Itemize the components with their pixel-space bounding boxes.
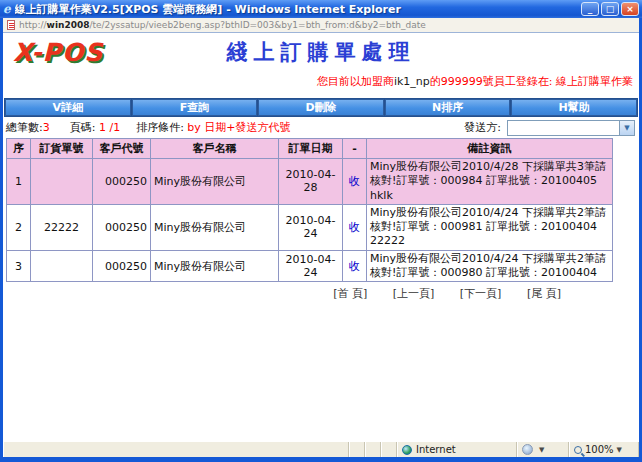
- window-title: 線上訂購單作業V2.5[XPOS 雲端商務網] - Windows Intern…: [15, 2, 579, 17]
- col-order-no: 訂貨單號: [31, 139, 93, 159]
- minimize-button[interactable]: _: [581, 2, 599, 16]
- address-bar[interactable]: http://win2008/te/2yssatup/vieeb2beng.as…: [3, 18, 639, 33]
- col-customer-code: 客戶代號: [93, 139, 151, 159]
- col-customer-name: 客戶名稱: [151, 139, 279, 159]
- receive-link[interactable]: 收: [349, 260, 360, 273]
- detail-button[interactable]: V詳細: [5, 99, 131, 116]
- receive-link[interactable]: 收: [349, 175, 360, 188]
- window-frame: http://win2008/te/2yssatup/vieeb2beng.as…: [0, 18, 642, 462]
- status-message-area: [3, 442, 349, 457]
- receive-link[interactable]: 收: [349, 221, 360, 234]
- cell-remark: Miny股份有限公司2010/4/28 下採購單共3筆請核對!訂單號：00098…: [367, 159, 613, 205]
- sort-condition: 排序條件: by 日期+發送方代號: [136, 120, 290, 135]
- cell-order-date: 2010-04-24: [279, 250, 343, 282]
- browser-window: e 線上訂購單作業V2.5[XPOS 雲端商務網] - Windows Inte…: [0, 0, 642, 462]
- cell-order-no: 22222: [31, 204, 93, 250]
- zone-label: Internet: [416, 444, 456, 455]
- sender-select[interactable]: ▼: [507, 120, 635, 136]
- cell-order-date: 2010-04-24: [279, 204, 343, 250]
- protected-mode-segment[interactable]: ▼: [517, 442, 569, 457]
- cell-remark: Miny股份有限公司2010/4/24 下採購單共2筆請核對!訂單號：00098…: [367, 250, 613, 282]
- cell-receive: 收: [343, 159, 367, 205]
- page-header: X-POS 綫上訂購單處理: [3, 36, 639, 70]
- zoom-control[interactable]: 100% ▼: [569, 442, 639, 457]
- table-row[interactable]: 2 22222 000250 Miny股份有限公司 2010-04-24 收 M…: [7, 204, 613, 250]
- url-text[interactable]: http://win2008/te/2yssatup/vieeb2beng.as…: [19, 20, 426, 30]
- cell-customer-name: Miny股份有限公司: [151, 159, 279, 205]
- cell-order-no: [31, 250, 93, 282]
- login-status: 您目前以加盟商ik1_np的999999號員工登錄在: 線上訂購單作業: [3, 74, 639, 90]
- orders-table: 序 訂貨單號 客戶代號 客戶名稱 訂單日期 - 備註資訊 1 000250 M: [6, 138, 613, 282]
- dropdown-arrow-icon[interactable]: ▼: [617, 446, 622, 454]
- toolbar: V詳細 F查詢 D刪除 N排序 H幫助: [4, 98, 638, 117]
- col-order-date: 訂單日期: [279, 139, 343, 159]
- cell-receive: 收: [343, 204, 367, 250]
- sender-label: 發送方:: [464, 120, 501, 135]
- cell-customer-name: Miny股份有限公司: [151, 250, 279, 282]
- cell-receive: 收: [343, 250, 367, 282]
- cell-seq: 2: [7, 204, 31, 250]
- next-page-link[interactable]: [下一頁]: [460, 287, 502, 300]
- total-count: 總筆數:3: [6, 120, 50, 135]
- sort-button[interactable]: N排序: [385, 99, 511, 116]
- cell-order-date: 2010-04-28: [279, 159, 343, 205]
- security-zone: Internet: [397, 442, 517, 457]
- help-button[interactable]: H幫助: [511, 99, 637, 116]
- info-bar: 總筆數:3 頁碼: 1 /1 排序條件: by 日期+發送方代號 發送方: ▼: [6, 119, 637, 136]
- first-page-link[interactable]: [首 頁]: [333, 287, 367, 300]
- page-icon: [7, 20, 15, 30]
- cell-customer-name: Miny股份有限公司: [151, 204, 279, 250]
- col-remark: 備註資訊: [367, 139, 613, 159]
- protected-mode-icon: [522, 444, 533, 455]
- dropdown-arrow-icon[interactable]: ▼: [539, 446, 544, 454]
- table-row[interactable]: 1 000250 Miny股份有限公司 2010-04-28 收 Miny股份有…: [7, 159, 613, 205]
- page-content: X-POS 綫上訂購單處理 您目前以加盟商ik1_np的999999號員工登錄在…: [3, 33, 639, 441]
- col-dash: -: [343, 139, 367, 159]
- cell-seq: 1: [7, 159, 31, 205]
- cell-order-no: [31, 159, 93, 205]
- zoom-level: 100%: [585, 444, 614, 455]
- page-title: 綫上訂購單處理: [3, 38, 639, 66]
- status-bar: Internet ▼ 100% ▼: [3, 441, 639, 457]
- pagination: [首 頁] [上一頁] [下一頁] [尾 頁]: [3, 286, 639, 301]
- table-header-row: 序 訂貨單號 客戶代號 客戶名稱 訂單日期 - 備註資訊: [7, 139, 613, 159]
- ie-logo-icon: e: [3, 2, 11, 16]
- maximize-button[interactable]: □: [601, 2, 619, 16]
- merchant-id: ik1_np: [394, 75, 430, 88]
- zoom-magnifier-icon: [574, 446, 582, 454]
- last-page-link[interactable]: [尾 頁]: [527, 287, 561, 300]
- close-button[interactable]: ×: [621, 2, 639, 16]
- cell-customer-code: 000250: [93, 204, 151, 250]
- delete-button[interactable]: D刪除: [258, 99, 384, 116]
- prev-page-link[interactable]: [上一頁]: [393, 287, 435, 300]
- cell-customer-code: 000250: [93, 250, 151, 282]
- combo-arrow-icon[interactable]: ▼: [619, 121, 634, 135]
- table-row[interactable]: 3 000250 Miny股份有限公司 2010-04-24 收 Miny股份有…: [7, 250, 613, 282]
- cell-customer-code: 000250: [93, 159, 151, 205]
- col-seq: 序: [7, 139, 31, 159]
- cell-remark: Miny股份有限公司2010/4/24 下採購單共2筆請核對!訂單號：00098…: [367, 204, 613, 250]
- sender-value: [508, 121, 619, 135]
- query-button[interactable]: F查詢: [132, 99, 258, 116]
- internet-globe-icon: [402, 445, 412, 455]
- cell-seq: 3: [7, 250, 31, 282]
- title-bar: e 線上訂購單作業V2.5[XPOS 雲端商務網] - Windows Inte…: [0, 0, 642, 18]
- page-number: 頁碼: 1 /1: [70, 120, 120, 135]
